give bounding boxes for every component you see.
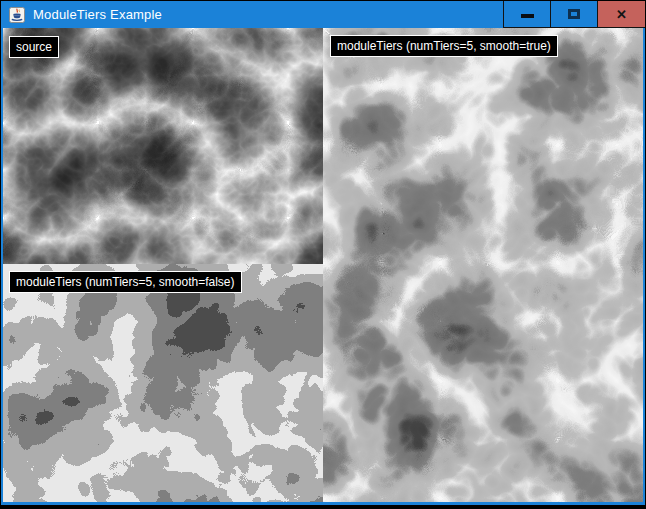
titlebar[interactable]: ModuleTiers Example ✕ xyxy=(1,1,645,28)
panel-tiers-smooth: moduleTiers (numTiers=5, smooth=true) xyxy=(323,28,643,502)
tiers-smooth-label: moduleTiers (numTiers=5, smooth=true) xyxy=(330,35,558,57)
minimize-button[interactable] xyxy=(503,1,550,28)
maximize-button[interactable] xyxy=(550,1,597,28)
tiers-smooth-noise-image xyxy=(323,28,643,502)
source-label: source xyxy=(9,36,59,58)
minimize-icon xyxy=(521,14,534,18)
tiers-hard-label: moduleTiers (numTiers=5, smooth=false) xyxy=(9,271,242,293)
java-coffee-cup-icon xyxy=(9,7,25,23)
screen: { "window": { "title": "ModuleTiers Exam… xyxy=(0,0,646,509)
panel-source: source xyxy=(3,28,323,264)
window-title: ModuleTiers Example xyxy=(33,7,162,22)
canvas-area: source moduleTiers (numTiers=5, smooth=t… xyxy=(3,28,643,502)
maximize-icon xyxy=(568,9,580,19)
source-noise-image xyxy=(3,28,323,264)
close-icon: ✕ xyxy=(616,8,627,21)
tiers-hard-noise-image xyxy=(3,264,323,502)
panel-tiers-hard: moduleTiers (numTiers=5, smooth=false) xyxy=(3,264,323,502)
app-window: ModuleTiers Example ✕ source moduleTiers xyxy=(0,0,646,506)
close-button[interactable]: ✕ xyxy=(597,1,645,28)
window-controls: ✕ xyxy=(503,1,645,28)
